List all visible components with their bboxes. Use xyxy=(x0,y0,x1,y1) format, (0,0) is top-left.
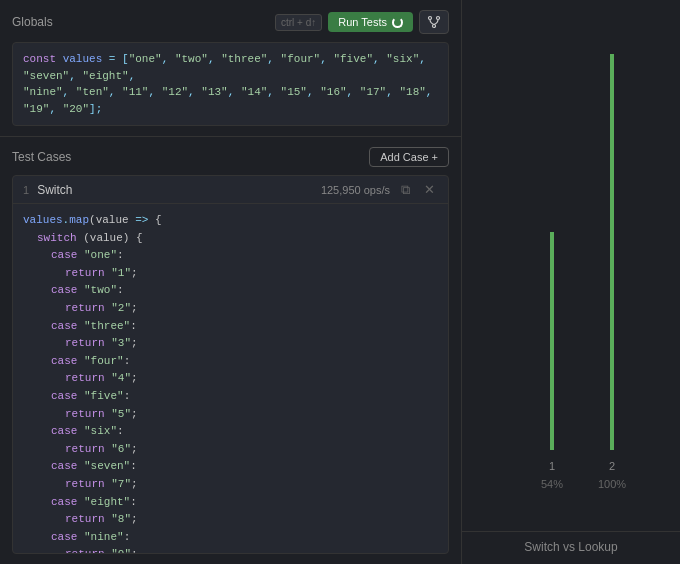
svg-text:2: 2 xyxy=(609,460,615,472)
test-case-right: 125,950 ops/s ⧉ ✕ xyxy=(321,182,438,197)
code-line: case "nine": xyxy=(23,529,438,547)
code-line: switch (value) { xyxy=(23,230,438,248)
test-case-item: 1 Switch 125,950 ops/s ⧉ ✕ values.map(va… xyxy=(12,175,449,554)
svg-rect-3 xyxy=(550,232,554,450)
code-line: return "8"; xyxy=(23,511,438,529)
test-case-left: 1 Switch xyxy=(23,183,72,197)
code-line: case "six": xyxy=(23,423,438,441)
globals-header: Globals ctrl + d↑ Run Tests xyxy=(12,10,449,34)
run-tests-button[interactable]: Run Tests xyxy=(328,12,413,32)
bar-chart: 1 2 54% 100% xyxy=(462,0,680,490)
shortcut-hint: ctrl + d↑ xyxy=(275,14,322,31)
code-line: return "7"; xyxy=(23,476,438,494)
code-line: return "9"; xyxy=(23,546,438,554)
code-line: return "1"; xyxy=(23,265,438,283)
code-line: return "4"; xyxy=(23,370,438,388)
right-panel: 1 2 54% 100% Switch vs Lookup xyxy=(462,0,680,564)
svg-text:100%: 100% xyxy=(598,478,626,490)
svg-point-1 xyxy=(437,17,440,20)
code-line: case "four": xyxy=(23,353,438,371)
ops-count: 125,950 ops/s xyxy=(321,184,390,196)
test-case-item-header: 1 Switch 125,950 ops/s ⧉ ✕ xyxy=(13,176,448,204)
copy-button[interactable]: ⧉ xyxy=(398,182,413,197)
code-line: case "five": xyxy=(23,388,438,406)
code-line: case "three": xyxy=(23,318,438,336)
code-line: case "two": xyxy=(23,282,438,300)
svg-text:54%: 54% xyxy=(541,478,563,490)
svg-text:1: 1 xyxy=(549,460,555,472)
test-cases-title: Test Cases xyxy=(12,150,71,164)
fork-icon xyxy=(427,15,441,29)
code-line: case "seven": xyxy=(23,458,438,476)
globals-title: Globals xyxy=(12,15,53,29)
test-case-num: 1 xyxy=(23,184,29,196)
test-case-code: values.map(value => { switch (value) { c… xyxy=(13,204,448,554)
code-line: return "5"; xyxy=(23,406,438,424)
chart-title: Switch vs Lookup xyxy=(462,531,680,564)
code-line: case "one": xyxy=(23,247,438,265)
svg-rect-4 xyxy=(610,54,614,450)
code-line: return "2"; xyxy=(23,300,438,318)
close-button[interactable]: ✕ xyxy=(421,182,438,197)
test-cases-header: Test Cases Add Case + xyxy=(12,147,449,167)
run-tests-label: Run Tests xyxy=(338,16,387,28)
svg-point-0 xyxy=(429,17,432,20)
code-line: return "6"; xyxy=(23,441,438,459)
code-line: values.map(value => { xyxy=(23,212,438,230)
close-icon: ✕ xyxy=(424,182,435,197)
refresh-icon xyxy=(392,17,403,28)
test-case-name: Switch xyxy=(37,183,72,197)
svg-point-2 xyxy=(433,25,436,28)
test-cases-section: Test Cases Add Case + 1 Switch 125,950 o… xyxy=(0,137,461,564)
code-line: return "3"; xyxy=(23,335,438,353)
header-controls: ctrl + d↑ Run Tests xyxy=(275,10,449,34)
globals-section: Globals ctrl + d↑ Run Tests xyxy=(0,0,461,137)
code-line: case "eight": xyxy=(23,494,438,512)
fork-button[interactable] xyxy=(419,10,449,34)
add-case-button[interactable]: Add Case + xyxy=(369,147,449,167)
main-panel: Globals ctrl + d↑ Run Tests xyxy=(0,0,462,564)
copy-icon: ⧉ xyxy=(401,182,410,197)
globals-code: const values = ["one", "two", "three", "… xyxy=(12,42,449,126)
chart-area: 1 2 54% 100% xyxy=(462,0,680,531)
